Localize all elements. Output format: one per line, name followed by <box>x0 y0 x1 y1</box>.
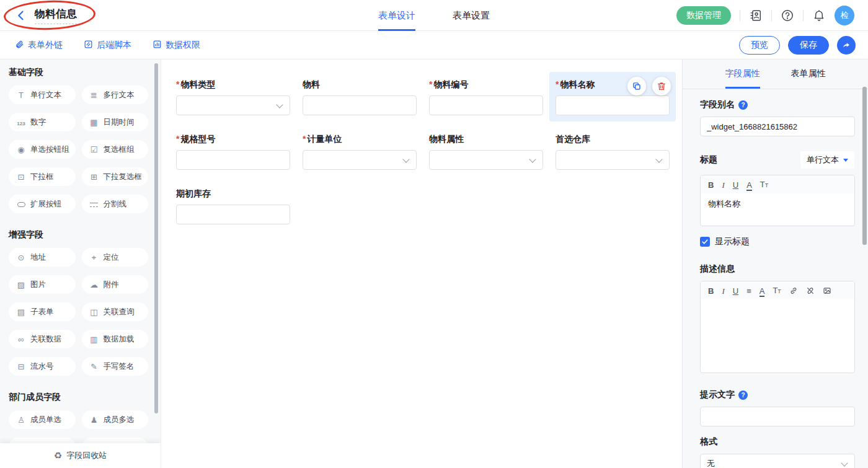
toolbar-link[interactable]: 后端脚本 <box>84 40 131 51</box>
chevron-down-icon <box>529 156 536 162</box>
toolbar-font-size-icon[interactable]: TT <box>773 286 781 296</box>
alias-input[interactable] <box>700 117 855 136</box>
field-pill[interactable]: ▤子表单 <box>9 302 76 321</box>
form-field-selected[interactable]: *物料名称 <box>549 72 676 121</box>
field-pill[interactable]: ⊙地址 <box>9 248 76 267</box>
help-icon[interactable] <box>781 9 794 22</box>
field-select[interactable] <box>429 150 543 170</box>
toolbar-align-icon[interactable]: ≡ <box>746 286 751 296</box>
toolbar-underline-icon[interactable]: U <box>733 180 738 190</box>
form-field[interactable]: *物料编号 <box>423 72 549 121</box>
toolbar-link-icon[interactable] <box>789 286 798 296</box>
toolbar-link[interactable]: 数据权限 <box>153 40 200 51</box>
field-pill[interactable]: ⌖定位 <box>82 248 149 267</box>
title-editor-content[interactable]: 物料名称 <box>701 193 854 226</box>
page-title[interactable]: 物料信息 <box>35 7 77 24</box>
header-left: 物料信息 <box>15 0 77 31</box>
field-select[interactable] <box>176 95 290 115</box>
panel-tabs: 字段属性表单属性 <box>683 60 868 89</box>
field-input[interactable] <box>556 95 670 115</box>
canvas-grid: *物料类型物料*物料编号*物料名称*规格型号*计量单位物料属性首选仓库期初库存 <box>170 72 682 231</box>
panel-tab[interactable]: 字段属性 <box>725 60 760 89</box>
toolbar-color-icon[interactable]: A <box>760 286 765 296</box>
field-pill[interactable]: ▨图片 <box>9 275 76 294</box>
format-select[interactable]: 无 <box>700 454 855 468</box>
toolbar-italic-icon[interactable]: I <box>722 180 724 190</box>
toolbar-font-size-icon[interactable]: TT <box>760 180 768 190</box>
address-icon: ⊙ <box>16 254 26 262</box>
show-title-checkbox[interactable] <box>700 237 710 247</box>
form-field-label: 物料 <box>303 78 417 91</box>
single-line-text-icon: T <box>16 91 26 99</box>
divider <box>771 10 772 21</box>
panel-body: 字段别名 ? 标题 单行文本 BIUATT 物料名称 <box>683 89 868 468</box>
toolbar-link[interactable]: 表单外链 <box>15 40 63 51</box>
field-pill[interactable]: ☑复选框组 <box>82 140 149 159</box>
field-input[interactable] <box>176 150 290 170</box>
field-pill[interactable]: 123数字 <box>9 113 76 131</box>
hint-input[interactable] <box>700 407 855 426</box>
field-pill[interactable]: ☁附件 <box>82 275 149 294</box>
field-input[interactable] <box>176 205 290 224</box>
toolbar-color-icon[interactable]: A <box>746 180 752 190</box>
save-button[interactable]: 保存 <box>788 36 829 55</box>
field-select[interactable] <box>303 150 417 170</box>
panel-tab[interactable]: 表单属性 <box>791 60 826 89</box>
address-book-icon[interactable] <box>749 9 763 22</box>
toolbar-unlink-icon[interactable] <box>806 286 815 296</box>
alias-help-icon[interactable]: ? <box>738 100 748 110</box>
field-recycle-bin[interactable]: ♻ 字段回收站 <box>0 443 161 468</box>
data-manage-button[interactable]: 数据管理 <box>676 6 731 25</box>
delete-field-button[interactable] <box>652 77 671 95</box>
form-field[interactable]: 物料 <box>296 72 423 121</box>
field-pill[interactable]: ♙成员单选 <box>9 410 76 429</box>
back-button[interactable] <box>15 9 27 22</box>
field-pill[interactable]: T单行文本 <box>9 86 76 104</box>
field-pill[interactable]: ⊟流水号 <box>9 357 76 376</box>
form-field-label: 物料属性 <box>429 133 543 145</box>
header-tab[interactable]: 表单设计 <box>378 0 415 31</box>
sidebar-scrollbar[interactable] <box>154 63 158 413</box>
form-field[interactable]: 首选仓库 <box>549 126 676 176</box>
toolbar-image-icon[interactable] <box>823 286 831 296</box>
field-select[interactable] <box>556 150 670 170</box>
form-field[interactable]: 期初库存 <box>170 181 296 231</box>
panel-scrollbar[interactable] <box>862 87 867 245</box>
field-pill[interactable]: ✎手写签名 <box>82 357 149 376</box>
field-pill[interactable]: ◫关联查询 <box>82 302 149 321</box>
field-pill[interactable]: ▥数据加载 <box>82 330 149 348</box>
toolbar-underline-icon[interactable]: U <box>733 286 738 296</box>
show-title-row[interactable]: 显示标题 <box>700 236 854 247</box>
field-pill[interactable]: ▦日期时间 <box>82 113 149 131</box>
field-pill[interactable]: ∞关联数据 <box>9 330 76 348</box>
required-asterisk: * <box>556 79 559 89</box>
user-avatar[interactable]: 检 <box>835 6 854 25</box>
field-pill[interactable]: 扩展按钮 <box>9 195 76 213</box>
form-field[interactable]: *计量单位 <box>296 126 423 176</box>
preview-button[interactable]: 预览 <box>739 36 780 55</box>
field-pill[interactable]: ♟成员多选 <box>82 410 149 429</box>
field-pill[interactable]: ◉单选按钮组 <box>9 140 76 159</box>
copy-field-button[interactable] <box>627 77 646 95</box>
description-editor-content[interactable] <box>701 299 854 373</box>
attachment-icon: ☁ <box>89 281 99 289</box>
field-pill[interactable]: 分割线 <box>82 195 149 213</box>
field-pill[interactable]: ≣多行文本 <box>82 86 149 104</box>
form-field[interactable]: *物料类型 <box>170 72 296 121</box>
toolbar-bold-icon[interactable]: B <box>708 180 714 190</box>
form-field[interactable]: 物料属性 <box>423 126 549 176</box>
extend-button-icon <box>16 200 26 208</box>
toolbar-italic-icon[interactable]: I <box>722 286 724 296</box>
field-input[interactable] <box>429 95 543 115</box>
field-input[interactable] <box>303 95 417 115</box>
field-pill[interactable]: ⊡下拉框 <box>9 167 76 186</box>
hint-help-icon[interactable]: ? <box>738 391 748 400</box>
bell-icon[interactable] <box>812 9 826 22</box>
form-field[interactable]: *规格型号 <box>170 126 296 176</box>
share-button[interactable] <box>837 36 856 55</box>
header-tab[interactable]: 表单设置 <box>453 0 490 31</box>
palette-section: 基础字段T单行文本≣多行文本123数字▦日期时间◉单选按钮组☑复选框组⊡下拉框⊞… <box>9 67 148 213</box>
toolbar-bold-icon[interactable]: B <box>708 286 714 296</box>
field-pill[interactable]: ⊞下拉复选框 <box>82 167 149 186</box>
field-type-select[interactable]: 单行文本 <box>800 151 854 169</box>
